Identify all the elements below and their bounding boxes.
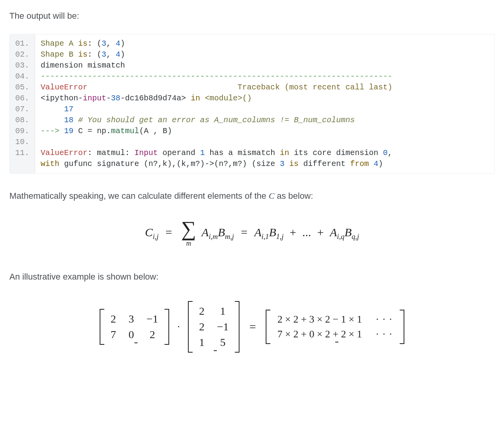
- line-number: 03.: [13, 60, 32, 71]
- code-line: Shape B is: (3, 4): [41, 50, 125, 59]
- matrix-example: 23−1 702 · 21 2−1 15 = 2 × 2 + 3 × 2 − 1…: [9, 301, 495, 353]
- matrix-result: 2 × 2 + 3 × 2 − 1 × 1· · · 7 × 2 + 0 × 2…: [266, 310, 404, 344]
- line-number: 11.: [13, 148, 32, 159]
- line-number: 04.: [13, 71, 32, 82]
- code-line: with gufunc signature (n?,k),(k,m?)->(n?…: [41, 159, 383, 168]
- code-line: dimension mismatch: [41, 61, 125, 70]
- code-block: 01. 02. 03. 04. 05. 06. 07. 08. 09. 10. …: [9, 34, 495, 174]
- code-content: Shape A is: (3, 4) Shape B is: (3, 4) di…: [35, 34, 494, 173]
- dot-operator-icon: ·: [177, 321, 180, 333]
- math-var-C: C: [269, 191, 275, 201]
- line-number: 02.: [13, 49, 32, 60]
- code-line: 18 # You should get an error as A_num_co…: [41, 116, 355, 125]
- line-number-gutter: 01. 02. 03. 04. 05. 06. 07. 08. 09. 10. …: [10, 34, 35, 173]
- line-number: 07.: [13, 104, 32, 115]
- line-number: 10.: [13, 137, 32, 148]
- code-line: 17: [41, 105, 73, 114]
- line-number: 09.: [13, 126, 32, 137]
- code-line: ValueError Traceback (most recent call l…: [41, 83, 392, 92]
- code-line: <ipython-input-38-dc16b8d9d74a> in <modu…: [41, 94, 252, 103]
- line-number: 06.: [13, 93, 32, 104]
- matrix-B: 21 2−1 15: [188, 301, 239, 353]
- sigma-icon: ∑ m: [181, 220, 197, 247]
- line-number: 05.: [13, 82, 32, 93]
- formula-sum: Ci,j = ∑ m Ai,mBm,j = Ai,1B1,j + ... + A…: [9, 220, 495, 247]
- intro-text: The output will be:: [9, 9, 495, 22]
- line-number: 01.: [13, 38, 32, 49]
- paragraph-2: Mathematically speaking, we can calculat…: [9, 189, 495, 202]
- line-number: 08.: [13, 115, 32, 126]
- paragraph-3: An illustrative example is shown below:: [9, 270, 495, 283]
- code-line: ValueError: matmul: Input operand 1 has …: [41, 148, 392, 157]
- code-line: Shape A is: (3, 4): [41, 39, 125, 48]
- code-line: ----------------------------------------…: [41, 72, 392, 81]
- code-line: ---> 19 C = np.matmul(A , B): [41, 127, 172, 135]
- matrix-A: 23−1 702: [100, 309, 169, 345]
